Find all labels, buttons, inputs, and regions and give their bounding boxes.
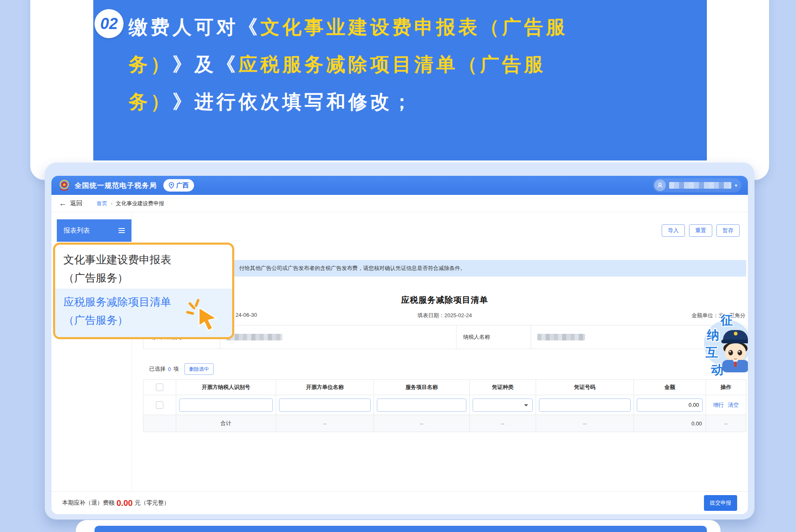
col-service-item: 服务项目名称: [374, 380, 470, 395]
next-step-banner: [95, 526, 707, 532]
deduction-items-table: 开票方纳税人识别号 开票方单位名称 服务项目名称 凭证种类 凭证号码 金额 操作…: [143, 379, 746, 432]
sidebar-header[interactable]: 报表列表: [57, 219, 131, 242]
app-title: 全国统一规范电子税务局: [75, 181, 157, 190]
app-header: 全国统一规范电子税务局 广西 ▾: [51, 176, 748, 195]
invoicer-id-input[interactable]: [179, 398, 273, 412]
col-invoicer-name: 开票方单位名称: [276, 380, 374, 395]
taxpayer-name-label: 纳税人名称: [456, 326, 531, 349]
row-checkbox[interactable]: [156, 401, 163, 409]
user-avatar: [654, 180, 666, 191]
table-header-row: 开票方纳税人识别号 开票方单位名称 服务项目名称 凭证种类 凭证号码 金额 操作: [143, 380, 746, 395]
row-checkbox-cell: [143, 395, 176, 415]
col-voucher-type: 凭证种类: [470, 380, 536, 395]
officer-mouth: [734, 357, 737, 360]
breadcrumb: ← 返回 首页 › 文化事业建设费申报: [51, 195, 748, 212]
location-pin-icon: [169, 182, 174, 189]
service-item-input[interactable]: [377, 398, 466, 412]
col-voucher-no: 凭证号码: [536, 380, 634, 395]
taxpayer-id-value: [220, 326, 456, 349]
header-checkbox-cell: [143, 380, 176, 395]
sidebar-title: 报表列表: [63, 226, 90, 235]
total-label: 合计: [176, 415, 276, 432]
save-draft-button[interactable]: 暂存: [716, 224, 740, 237]
taxpayer-id-blurred: [226, 334, 282, 340]
total-amount: 0.00: [634, 415, 706, 432]
submit-declaration-button[interactable]: 提交申报: [704, 495, 737, 511]
region-selector[interactable]: 广西: [163, 179, 194, 192]
total-voucher-no-dash: --: [536, 415, 634, 432]
app-window-frame: 全国统一规范电子税务局 广西 ▾ ←: [45, 163, 755, 520]
officer-hat-brim: [721, 340, 748, 343]
delete-selected-button[interactable]: 删除选中: [184, 363, 214, 375]
col-amount: 金额: [634, 380, 706, 395]
voucher-no-cell: [536, 395, 634, 415]
selected-suffix: 项: [173, 365, 179, 373]
voucher-no-input[interactable]: [539, 398, 631, 412]
row-actions-cell: 增行 清空: [706, 395, 746, 415]
amount-input[interactable]: [637, 398, 703, 412]
form-toolbar: 导入 重置 暂存: [662, 224, 740, 237]
back-arrow-icon[interactable]: ←: [59, 199, 67, 208]
officer-face: [725, 343, 746, 362]
click-cursor-icon: [186, 299, 224, 337]
total-company-dash: --: [276, 415, 374, 432]
import-button[interactable]: 导入: [662, 224, 685, 237]
officer-eye-left: [728, 350, 733, 355]
tax-period-partial: 24-06-30: [235, 312, 257, 318]
mascot-char-hu: 互: [706, 344, 718, 361]
banner-seg-4: 》及《: [172, 53, 238, 75]
banner-seg-2: 《: [238, 16, 260, 38]
invoicer-name-input[interactable]: [279, 398, 371, 412]
add-row-link[interactable]: 增行: [713, 401, 724, 409]
payable-unit-text: 元（零元整）: [135, 499, 170, 507]
mascot-char-zheng: 征: [721, 312, 733, 329]
menu-item1-line2: （广告服务）: [63, 269, 224, 287]
selected-count: 0: [168, 366, 171, 372]
reset-button[interactable]: 重置: [689, 224, 712, 237]
mascot-char-na: 纳: [707, 327, 719, 344]
breadcrumb-separator-icon: ›: [111, 200, 112, 206]
taxpayer-name-blurred: [537, 334, 585, 340]
selected-prefix: 已选择: [149, 365, 165, 373]
back-button[interactable]: 返回: [70, 199, 83, 207]
menu-item-declaration-form[interactable]: 文化事业建设费申报表 （广告服务）: [55, 245, 232, 289]
user-menu[interactable]: ▾: [653, 178, 741, 192]
chevron-down-icon: ▾: [735, 183, 737, 188]
breadcrumb-home[interactable]: 首页: [97, 200, 107, 207]
tax-officer-cartoon: [718, 330, 748, 373]
banner-seg-1: 缴费人可对: [129, 16, 238, 38]
banner-seg-6: 》进行依次填写和修改；: [172, 91, 414, 112]
total-action-dash: --: [706, 415, 746, 432]
step-number-badge: 02: [95, 9, 124, 38]
collapse-menu-icon[interactable]: [119, 230, 125, 231]
table-data-row: 增行 清空: [143, 395, 746, 415]
app-screen: 全国统一规范电子税务局 广西 ▾ ←: [51, 176, 748, 514]
col-action: 操作: [706, 380, 746, 395]
person-icon: [657, 182, 663, 189]
interaction-mascot-widget[interactable]: 征 纳 互 动: [698, 311, 748, 377]
table-total-row: 合计 -- -- -- -- 0.00 --: [143, 415, 746, 432]
total-voucher-type-dash: --: [470, 415, 536, 432]
username-blurred: [669, 182, 731, 189]
select-all-checkbox[interactable]: [156, 384, 163, 391]
menu-item1-line1: 文化事业建设费申报表: [63, 250, 224, 269]
amount-cell: [634, 395, 706, 415]
banner-text: 缴费人可对《文化事业建设费申报表（广告服务）》及《应税服务减除项目清单（广告服务…: [129, 8, 568, 120]
invoicer-id-cell: [176, 395, 276, 415]
officer-uniform: [722, 360, 748, 372]
col-invoicer-id: 开票方纳税人识别号: [176, 380, 276, 395]
breadcrumb-current: 文化事业建设费申报: [116, 200, 164, 207]
voucher-type-select[interactable]: [473, 398, 533, 412]
tax-bureau-logo-icon: [58, 179, 70, 192]
service-item-cell: [374, 395, 470, 415]
region-name: 广西: [176, 182, 189, 189]
payable-label: 本期应补（退）费额: [62, 499, 114, 507]
payable-amount: 0.00: [116, 498, 133, 508]
invoicer-name-cell: [276, 395, 374, 415]
selection-row: 已选择 0 项 删除选中: [143, 363, 746, 375]
app-footer-bar: 本期应补（退）费额 0.00 元（零元整） 提交申报: [51, 491, 748, 514]
clear-row-link[interactable]: 清空: [728, 401, 739, 409]
officer-hat-emblem: [734, 332, 738, 335]
step-banner: 02 缴费人可对《文化事业建设费申报表（广告服务）》及《应税服务减除项目清单（广…: [93, 0, 707, 160]
total-empty-cell: [143, 415, 176, 432]
